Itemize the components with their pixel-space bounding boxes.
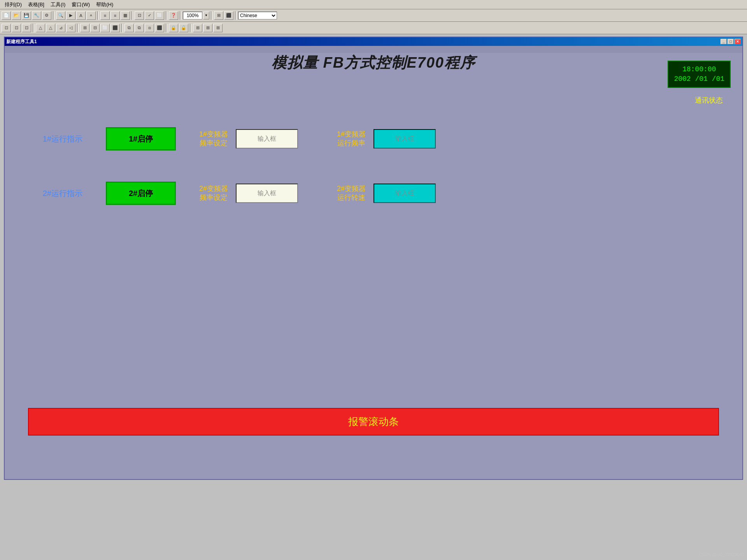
menu-item-window[interactable]: 窗口(W) xyxy=(68,0,93,9)
toolbar-separator-3 xyxy=(132,11,133,20)
tb2-btn-13[interactable]: ⧉ xyxy=(135,24,144,32)
menu-item-table[interactable]: 表格[B] xyxy=(25,0,47,9)
tb-open-btn[interactable]: 📂 xyxy=(12,11,21,20)
watermark: CSDN @m0_72823040 xyxy=(699,552,744,557)
zoom-input[interactable] xyxy=(183,12,202,19)
toolbar2-separator-4 xyxy=(166,24,167,32)
run-freq-input-2[interactable]: 输入框 xyxy=(374,184,436,203)
tb2-btn-12[interactable]: ⧉ xyxy=(124,24,134,32)
control-row-2: 2#运行指示 2#启停 2#变频器 频率设定 输入框 2#变频器 运行转速 输入… xyxy=(36,182,711,205)
run-freq-group-2: 2#变频器 运行转速 输入框 xyxy=(337,184,436,203)
tb-btn-12[interactable]: ▦ xyxy=(121,11,130,20)
run-indicator-label-1: 1#运行指示 xyxy=(36,134,82,144)
tb-btn-6[interactable]: 🔍 xyxy=(56,11,65,20)
toolbar-row-1: 📄 📂 💾 🔧 ⚙ 🔍 ▶ A A ≡ ≡ ▦ ⊡ ✓ ⬜ ❓ ▼ ⊞ ⬛ Ch… xyxy=(0,9,747,22)
run-freq-group-1: 1#变频器 运行频率 输入框 xyxy=(337,129,436,149)
clock-box: 18:00:00 2002 /01 /01 xyxy=(668,61,731,88)
tb-btn-9[interactable]: A xyxy=(86,11,96,20)
maximize-button[interactable]: □ xyxy=(728,39,734,44)
comm-status-label: 通讯状态 xyxy=(695,96,723,105)
freq-set-label-1: 1#变频器 频率设定 xyxy=(199,130,228,148)
start-stop-button-2[interactable]: 2#启停 xyxy=(106,182,176,205)
tb2-btn-3[interactable]: ⊡ xyxy=(22,24,31,32)
toolbar2-separator-2 xyxy=(77,24,79,32)
alert-bar-container: 报警滚动条 xyxy=(28,408,719,436)
tb2-btn-1[interactable]: ⊡ xyxy=(2,24,11,32)
menu-item-arrange[interactable]: 排列(D) xyxy=(2,0,25,9)
tb2-btn-16[interactable]: 🔒 xyxy=(169,24,178,32)
tb2-btn-19[interactable]: ⊞ xyxy=(203,24,212,32)
inner-content: 18:00:00 2002 /01 /01 模拟量 FB方式控制E700程序 通… xyxy=(5,53,742,480)
toolbar-separator-7 xyxy=(235,11,237,20)
freq-set-input-2[interactable]: 输入框 xyxy=(236,184,298,203)
tb2-btn-6[interactable]: ⊿ xyxy=(56,24,65,32)
menubar: 排列(D) 表格[B] 工具(I) 窗口(W) 帮助(H) xyxy=(0,0,747,9)
tb-btn-5[interactable]: ⚙ xyxy=(42,11,51,20)
control-row-1: 1#运行指示 1#启停 1#变频器 频率设定 输入框 1#变频器 运行频率 输入… xyxy=(36,127,711,150)
tb2-btn-7[interactable]: ◁ xyxy=(66,24,75,32)
run-freq-label-2: 2#变频器 运行转速 xyxy=(337,184,366,203)
tb-save-btn[interactable]: 💾 xyxy=(22,11,31,20)
tb2-btn-9[interactable]: ⊟ xyxy=(90,24,100,32)
tb2-btn-5[interactable]: △ xyxy=(46,24,55,32)
main-application-window: 新建程序工具1 _ □ ✕ 18:00:00 2002 /01 /01 模拟量 … xyxy=(4,37,743,480)
toolbar2-separator-1 xyxy=(33,24,34,32)
tb-btn-16[interactable]: ❓ xyxy=(169,11,178,20)
menu-item-help[interactable]: 帮助(H) xyxy=(93,0,116,9)
tb2-btn-8[interactable]: ⊞ xyxy=(80,24,89,32)
alert-bar: 报警滚动条 xyxy=(28,408,719,436)
clock-time: 18:00:00 xyxy=(674,65,724,74)
close-button[interactable]: ✕ xyxy=(735,39,741,44)
toolbar-separator-1 xyxy=(53,11,54,20)
tb2-btn-2[interactable]: ⊡ xyxy=(12,24,21,32)
menu-item-tools[interactable]: 工具(I) xyxy=(47,0,68,9)
tb2-btn-17[interactable]: 🔓 xyxy=(179,24,188,32)
freq-set-input-1[interactable]: 输入框 xyxy=(236,129,298,149)
app-title: 模拟量 FB方式控制E700程序 xyxy=(5,53,742,73)
tb-btn-18[interactable]: ⬛ xyxy=(224,11,233,20)
toolbar2-separator-5 xyxy=(190,24,191,32)
tb2-btn-15[interactable]: ⬛ xyxy=(155,24,164,32)
run-indicator-label-2: 2#运行指示 xyxy=(36,188,82,199)
tb2-btn-10[interactable]: ⬜ xyxy=(100,24,110,32)
tb2-btn-14[interactable]: ⧈ xyxy=(145,24,154,32)
tb-btn-7[interactable]: ▶ xyxy=(66,11,75,20)
tb-new-btn[interactable]: 📄 xyxy=(2,11,11,20)
run-freq-input-1[interactable]: 输入框 xyxy=(374,129,436,149)
tb-btn-10[interactable]: ≡ xyxy=(100,11,110,20)
toolbar-row-2: ⊡ ⊡ ⊡ △ △ ⊿ ◁ ⊞ ⊟ ⬜ ⬛ ⧉ ⧉ ⧈ ⬛ 🔒 🔓 ⊞ ⊞ ⊞ xyxy=(0,22,747,34)
toolbar-separator-4 xyxy=(166,11,167,20)
toolbar-separator-2 xyxy=(97,11,99,20)
freq-set-label-2: 2#变频器 频率设定 xyxy=(199,184,228,203)
tb-btn-8[interactable]: A xyxy=(76,11,86,20)
tb-btn-13[interactable]: ⊡ xyxy=(135,11,144,20)
tb2-btn-18[interactable]: ⊞ xyxy=(193,24,202,32)
tb-btn-4[interactable]: 🔧 xyxy=(32,11,41,20)
zoom-dropdown-btn[interactable]: ▼ xyxy=(203,12,209,19)
start-stop-button-1[interactable]: 1#启停 xyxy=(106,127,176,150)
run-freq-label-1: 1#变频器 运行频率 xyxy=(337,130,366,148)
tb-btn-15[interactable]: ⬜ xyxy=(155,11,164,20)
control-area: 1#运行指示 1#启停 1#变频器 频率设定 输入框 1#变频器 运行频率 输入… xyxy=(5,104,742,252)
tb2-btn-20[interactable]: ⊞ xyxy=(213,24,223,32)
toolbar-separator-6 xyxy=(211,11,212,20)
toolbar-separator-5 xyxy=(180,11,181,20)
language-select[interactable]: Chinese English xyxy=(238,12,277,19)
tb-btn-17[interactable]: ⊞ xyxy=(214,11,223,20)
window-title: 新建程序工具1 xyxy=(6,38,720,45)
toolbar2-separator-3 xyxy=(121,24,123,32)
tb2-btn-11[interactable]: ⬛ xyxy=(110,24,120,32)
minimize-button[interactable]: _ xyxy=(721,39,727,44)
clock-date: 2002 /01 /01 xyxy=(674,74,724,84)
freq-set-group-2: 2#变频器 频率设定 输入框 xyxy=(199,184,298,203)
tb-btn-11[interactable]: ≡ xyxy=(110,11,120,20)
zoom-box: ▼ xyxy=(183,12,209,19)
tb-btn-14[interactable]: ✓ xyxy=(145,11,154,20)
window-titlebar: 新建程序工具1 _ □ ✕ xyxy=(5,37,742,46)
freq-set-group-1: 1#变频器 频率设定 输入框 xyxy=(199,129,298,149)
tb2-btn-4[interactable]: △ xyxy=(36,24,45,32)
